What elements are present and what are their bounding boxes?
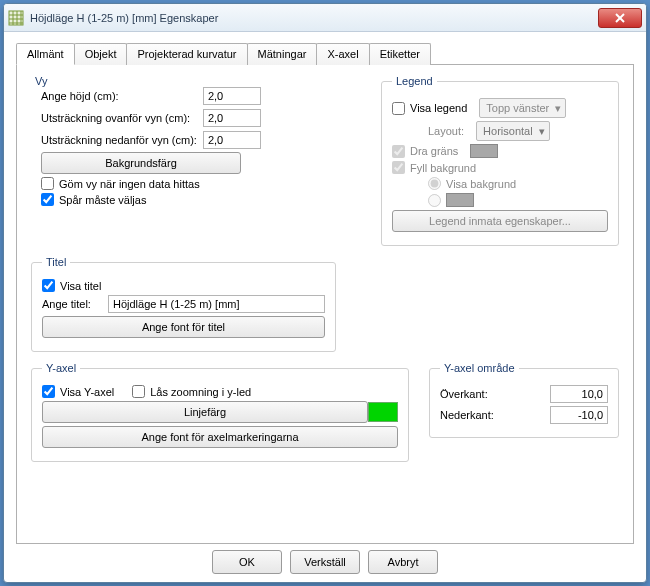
titlebar: Höjdläge H (1-25 m) [mm] Egenskaper [4,4,646,32]
checkbox-track-required[interactable] [41,193,54,206]
label-draw-border: Dra gräns [410,145,458,157]
app-icon [8,10,24,26]
group-yaxis: Y-axel Visa Y-axel Lås zoomning i y-led … [31,362,409,462]
group-legend-title: Legend [392,75,437,87]
swatch-line-color[interactable] [368,402,398,422]
checkbox-fill-bg[interactable] [392,161,405,174]
checkbox-show-legend[interactable] [392,102,405,115]
swatch-border-color[interactable] [470,144,498,158]
label-lock-zoom: Lås zoomning i y-led [150,386,251,398]
label-above: Utsträckning ovanför vyn (cm): [41,112,197,124]
tab-strip: Allmänt Objekt Projekterad kurvatur Mätn… [16,42,634,65]
button-bgcolor[interactable]: Bakgrundsfärg [41,152,241,174]
label-show-yaxis: Visa Y-axel [60,386,114,398]
label-input-title: Ange titel: [42,298,102,310]
close-button[interactable] [598,8,642,28]
checkbox-show-yaxis[interactable] [42,385,55,398]
label-layout: Layout: [428,125,464,137]
dropdown-legend-layout[interactable]: Horisontal ▾ [476,121,550,141]
input-title[interactable] [108,295,325,313]
dropdown-legend-position-value: Topp vänster [486,102,549,114]
tab-projekterad-kurvatur[interactable]: Projekterad kurvatur [126,43,247,65]
tab-allmant[interactable]: Allmänt [16,43,75,65]
input-below[interactable] [203,131,261,149]
group-yaxis-range: Y-axel område Överkant: Nederkant: [429,362,619,438]
label-bottom: Nederkant: [440,409,494,421]
checkbox-lock-zoom[interactable] [132,385,145,398]
group-yaxis-title: Y-axel [42,362,80,374]
label-below: Utsträckning nedanför vyn (cm): [41,134,197,146]
radio-color-bg[interactable] [428,194,441,207]
input-above[interactable] [203,109,261,127]
group-vy-title: Vy [31,75,51,87]
checkbox-draw-border[interactable] [392,145,405,158]
close-icon [615,13,625,23]
chevron-down-icon: ▾ [539,125,545,138]
input-top[interactable] [550,385,608,403]
dialog-footer: OK Verkställ Avbryt [16,544,634,574]
chevron-down-icon: ▾ [555,102,561,115]
button-line-color[interactable]: Linjefärg [42,401,368,423]
label-track-required: Spår måste väljas [59,194,146,206]
swatch-bg-color[interactable] [446,193,474,207]
dropdown-legend-position[interactable]: Topp vänster ▾ [479,98,566,118]
ok-button[interactable]: OK [212,550,282,574]
checkbox-hide-empty[interactable] [41,177,54,190]
label-fill-bg: Fyll bakgrund [410,162,476,174]
button-axis-font[interactable]: Ange font för axelmarkeringarna [42,426,398,448]
apply-button[interactable]: Verkställ [290,550,360,574]
label-show-title: Visa titel [60,280,101,292]
label-show-legend: Visa legend [410,102,467,114]
radio-show-bg[interactable] [428,177,441,190]
label-show-bg: Visa bakgrund [446,178,516,190]
button-title-font[interactable]: Ange font för titel [42,316,325,338]
button-legend-props[interactable]: Legend inmata egenskaper... [392,210,608,232]
dropdown-legend-layout-value: Horisontal [483,125,533,137]
group-yaxis-range-title: Y-axel område [440,362,519,374]
checkbox-show-title[interactable] [42,279,55,292]
label-hide-empty: Göm vy när ingen data hittas [59,178,200,190]
group-vy: Vy Ange höjd (cm): Utsträckning ovanför … [31,75,381,209]
tab-matningar[interactable]: Mätningar [247,43,318,65]
input-height[interactable] [203,87,261,105]
input-bottom[interactable] [550,406,608,424]
label-height: Ange höjd (cm): [41,90,197,102]
group-titel-title: Titel [42,256,70,268]
tab-x-axel[interactable]: X-axel [316,43,369,65]
group-titel: Titel Visa titel Ange titel: Ange font f… [31,256,336,352]
tab-etiketter[interactable]: Etiketter [369,43,431,65]
dialog-window: Höjdläge H (1-25 m) [mm] Egenskaper Allm… [3,3,647,583]
tab-objekt[interactable]: Objekt [74,43,128,65]
cancel-button[interactable]: Avbryt [368,550,438,574]
group-legend: Legend Visa legend Topp vänster ▾ Layout… [381,75,619,246]
label-top: Överkant: [440,388,488,400]
window-title: Höjdläge H (1-25 m) [mm] Egenskaper [30,12,598,24]
tab-page-allmant: Vy Ange höjd (cm): Utsträckning ovanför … [16,65,634,544]
client-area: Allmänt Objekt Projekterad kurvatur Mätn… [4,32,646,582]
